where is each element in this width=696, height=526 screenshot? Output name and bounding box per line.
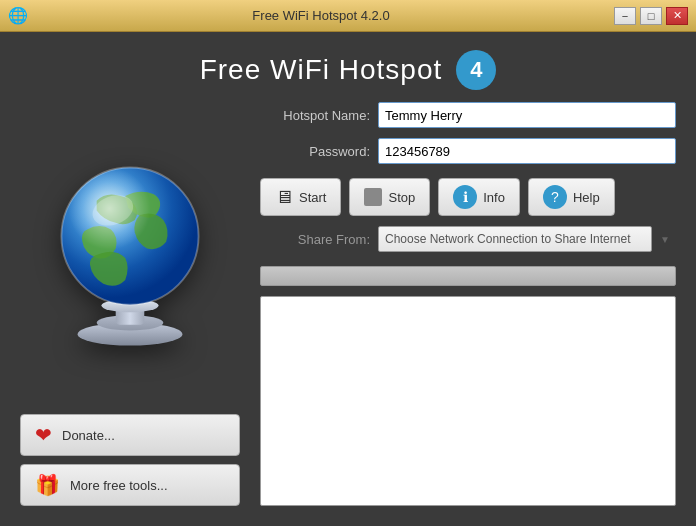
share-from-row: Share From: Choose Network Connection to… — [260, 226, 676, 252]
stop-icon — [364, 188, 382, 206]
donate-button[interactable]: ❤ Donate... — [20, 414, 240, 456]
app-title: Free WiFi Hotspot — [200, 54, 443, 86]
left-panel: ❤ Donate... 🎁 More free tools... — [20, 102, 240, 506]
hotspot-name-row: Hotspot Name: — [260, 102, 676, 128]
main-window: Free WiFi Hotspot 4 — [0, 32, 696, 526]
password-label: Password: — [260, 144, 370, 159]
monitor-icon: 🖥 — [275, 187, 293, 208]
donate-label: Donate... — [62, 428, 115, 443]
share-select-wrapper: Choose Network Connection to Share Inter… — [378, 226, 676, 252]
right-panel: Hotspot Name: Password: 🖥 Start Stop — [260, 102, 676, 506]
password-input[interactable] — [378, 138, 676, 164]
window-title: Free WiFi Hotspot 4.2.0 — [28, 8, 614, 23]
info-button[interactable]: ℹ Info — [438, 178, 520, 216]
app-icon: 🌐 — [8, 6, 28, 25]
stop-button[interactable]: Stop — [349, 178, 430, 216]
hotspot-name-input[interactable] — [378, 102, 676, 128]
content-area: ❤ Donate... 🎁 More free tools... Hotspot… — [0, 102, 696, 526]
title-bar: 🌐 Free WiFi Hotspot 4.2.0 − □ ✕ — [0, 0, 696, 32]
close-button[interactable]: ✕ — [666, 7, 688, 25]
more-tools-button[interactable]: 🎁 More free tools... — [20, 464, 240, 506]
gift-icon: 🎁 — [35, 473, 60, 497]
help-icon: ? — [543, 185, 567, 209]
password-row: Password: — [260, 138, 676, 164]
heart-icon: ❤ — [35, 423, 52, 447]
control-buttons: 🖥 Start Stop ℹ Info ? Help — [260, 178, 676, 216]
info-icon: ℹ — [453, 185, 477, 209]
window-controls: − □ ✕ — [614, 7, 688, 25]
app-header: Free WiFi Hotspot 4 — [0, 32, 696, 102]
stop-label: Stop — [388, 190, 415, 205]
share-from-label: Share From: — [260, 232, 370, 247]
maximize-button[interactable]: □ — [640, 7, 662, 25]
help-label: Help — [573, 190, 600, 205]
help-button[interactable]: ? Help — [528, 178, 615, 216]
more-tools-label: More free tools... — [70, 478, 168, 493]
globe-icon — [40, 158, 220, 358]
status-bar — [260, 266, 676, 286]
log-area — [260, 296, 676, 506]
donate-buttons: ❤ Donate... 🎁 More free tools... — [20, 414, 240, 506]
hotspot-name-label: Hotspot Name: — [260, 108, 370, 123]
start-label: Start — [299, 190, 326, 205]
start-button[interactable]: 🖥 Start — [260, 178, 341, 216]
info-label: Info — [483, 190, 505, 205]
minimize-button[interactable]: − — [614, 7, 636, 25]
version-badge: 4 — [456, 50, 496, 90]
globe-container — [40, 102, 220, 414]
share-network-select[interactable]: Choose Network Connection to Share Inter… — [378, 226, 652, 252]
